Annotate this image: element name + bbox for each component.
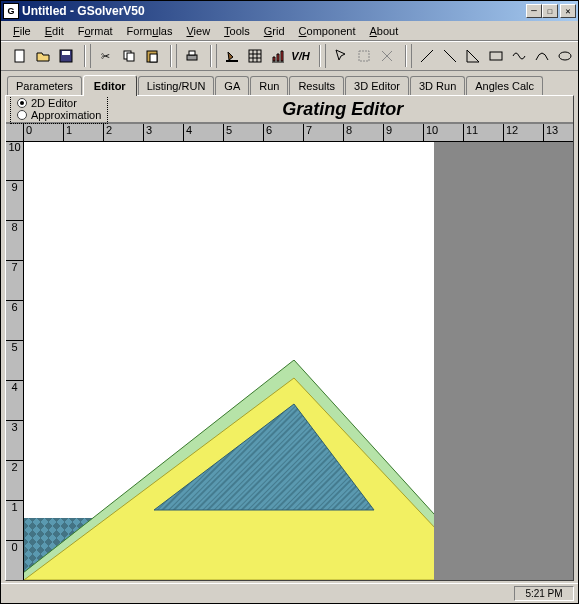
ruler-tick: 0 <box>24 124 64 141</box>
ruler-tick: 0 <box>6 540 23 580</box>
save-button[interactable] <box>54 45 77 67</box>
fill-button[interactable] <box>220 45 243 67</box>
minimize-button[interactable]: ─ <box>526 4 542 18</box>
chart-button[interactable] <box>266 45 289 67</box>
app-icon: G <box>3 3 19 19</box>
radio-label: 2D Editor <box>31 97 77 109</box>
ruler-horizontal: 0 1 2 3 4 5 6 7 8 9 10 11 12 13 <box>24 124 573 142</box>
fill-icon <box>224 48 240 64</box>
tab-3d-editor[interactable]: 3D Editor <box>345 76 409 95</box>
rect-icon <box>488 48 504 64</box>
tab-listing-run[interactable]: Listing/RUN <box>138 76 215 95</box>
tab-parameters[interactable]: Parameters <box>7 76 82 95</box>
grating-canvas[interactable] <box>24 142 434 580</box>
editor-area: 0 1 2 3 4 5 6 7 8 9 10 11 12 13 0 1 2 3 … <box>6 124 573 580</box>
ruler-tick: 11 <box>464 124 504 141</box>
line-icon <box>419 48 435 64</box>
menu-about[interactable]: About <box>363 23 404 39</box>
tab-editor[interactable]: Editor <box>83 75 137 96</box>
snap-button[interactable] <box>375 45 398 67</box>
ruler-tick: 2 <box>104 124 144 141</box>
toolbar: ✂ V/H <box>1 41 578 71</box>
menu-view[interactable]: View <box>180 23 216 39</box>
diag-button[interactable] <box>438 45 461 67</box>
ruler-tick: 9 <box>6 180 23 220</box>
menu-component[interactable]: Component <box>293 23 362 39</box>
pointer-button[interactable] <box>329 45 352 67</box>
editor-mode-group: 2D Editor Approximation <box>10 95 108 124</box>
triangle-button[interactable] <box>461 45 484 67</box>
tab-3d-run[interactable]: 3D Run <box>410 76 465 95</box>
ruler-tick: 6 <box>6 300 23 340</box>
tab-angles-calc[interactable]: Angles Calc <box>466 76 543 95</box>
radio-icon <box>17 110 27 120</box>
new-icon <box>12 48 28 64</box>
statusbar: 5:21 PM <box>1 583 578 603</box>
ruler-tick: 1 <box>6 500 23 540</box>
open-button[interactable] <box>31 45 54 67</box>
ruler-tick: 10 <box>6 140 23 180</box>
close-button[interactable]: ✕ <box>560 4 576 18</box>
menubar: File Edit Format Formulas View Tools Gri… <box>1 21 578 41</box>
ruler-tick: 4 <box>6 380 23 420</box>
paste-icon <box>144 48 160 64</box>
snap-icon <box>379 48 395 64</box>
menu-edit[interactable]: Edit <box>39 23 70 39</box>
wave-icon <box>511 48 527 64</box>
diag-icon <box>442 48 458 64</box>
tab-ga[interactable]: GA <box>215 76 249 95</box>
ruler-tick: 6 <box>264 124 304 141</box>
print-icon <box>184 48 200 64</box>
canvas-viewport <box>24 142 573 580</box>
svg-rect-4 <box>127 53 134 61</box>
menu-grid[interactable]: Grid <box>258 23 291 39</box>
svg-rect-10 <box>359 51 369 61</box>
open-icon <box>35 48 51 64</box>
ruler-tick: 10 <box>424 124 464 141</box>
ruler-tick: 8 <box>6 220 23 260</box>
line-button[interactable] <box>415 45 438 67</box>
select-button[interactable] <box>352 45 375 67</box>
menu-format[interactable]: Format <box>72 23 119 39</box>
radio-approximation[interactable]: Approximation <box>17 109 101 121</box>
cut-button[interactable]: ✂ <box>94 45 117 67</box>
gridtool-button[interactable] <box>243 45 266 67</box>
ruler-tick: 13 <box>544 124 573 141</box>
cut-icon: ✂ <box>101 50 110 63</box>
ruler-tick: 5 <box>224 124 264 141</box>
ellipse-icon <box>557 48 573 64</box>
paste-button[interactable] <box>140 45 163 67</box>
menu-formulas[interactable]: Formulas <box>121 23 179 39</box>
svg-rect-2 <box>62 51 70 55</box>
wave-button[interactable] <box>507 45 530 67</box>
svg-rect-11 <box>490 52 502 60</box>
ruler-corner <box>6 124 24 142</box>
print-button[interactable] <box>180 45 203 67</box>
svg-point-12 <box>559 52 571 60</box>
ruler-tick: 4 <box>184 124 224 141</box>
maximize-button[interactable]: ☐ <box>542 4 558 18</box>
tab-run[interactable]: Run <box>250 76 288 95</box>
vh-button[interactable]: V/H <box>289 45 312 67</box>
menu-file[interactable]: File <box>7 23 37 39</box>
ruler-tick: 3 <box>144 124 184 141</box>
tab-results[interactable]: Results <box>289 76 344 95</box>
svg-rect-7 <box>187 55 197 60</box>
ruler-tick: 12 <box>504 124 544 141</box>
ruler-tick: 7 <box>6 260 23 300</box>
status-time: 5:21 PM <box>514 586 574 601</box>
radio-2d-editor[interactable]: 2D Editor <box>17 97 101 109</box>
svg-rect-9 <box>249 50 261 62</box>
rect-button[interactable] <box>484 45 507 67</box>
copy-button[interactable] <box>117 45 140 67</box>
app-window: G Untitled - GSolverV50 ─ ☐ ✕ File Edit … <box>0 0 579 604</box>
menu-tools[interactable]: Tools <box>218 23 256 39</box>
ruler-tick: 1 <box>64 124 104 141</box>
svg-rect-8 <box>189 51 195 55</box>
ruler-tick: 5 <box>6 340 23 380</box>
radio-icon <box>17 98 27 108</box>
triangle-icon <box>465 48 481 64</box>
ellipse-button[interactable] <box>553 45 576 67</box>
new-button[interactable] <box>8 45 31 67</box>
curve-button[interactable] <box>530 45 553 67</box>
